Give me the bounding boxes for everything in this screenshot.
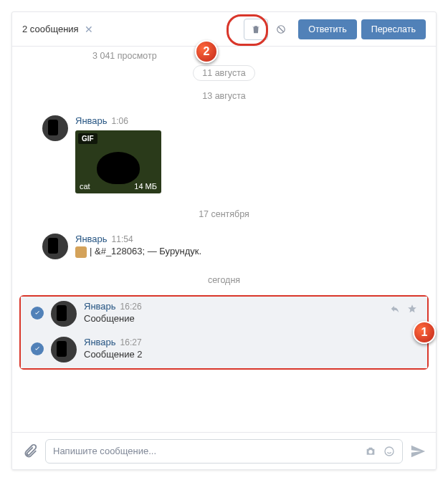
message-time: 11:54 bbox=[112, 234, 133, 244]
spam-button[interactable] bbox=[274, 19, 288, 40]
camera-icon[interactable] bbox=[365, 446, 376, 457]
selection-count: 2 сообщения bbox=[22, 24, 79, 34]
spam-icon bbox=[276, 24, 286, 34]
message-row[interactable]: Январь 11:54 | &#_128063; — Бурундук. bbox=[12, 229, 436, 265]
forward-button[interactable]: Переслать bbox=[361, 19, 426, 39]
attach-icon[interactable] bbox=[22, 443, 38, 459]
message-time: 16:26 bbox=[120, 302, 142, 312]
gif-attachment[interactable]: GIF cat 14 МБ bbox=[75, 130, 161, 193]
reply-arrow-icon[interactable] bbox=[390, 304, 400, 314]
message-row-selected[interactable]: Январь 16:27 Сообщение 2 bbox=[21, 332, 427, 368]
annotation-marker-2: 2 bbox=[195, 40, 218, 63]
sender-name[interactable]: Январь bbox=[84, 337, 116, 347]
selection-header: 2 сообщения ✕ Ответить Переслать bbox=[12, 12, 436, 47]
star-icon[interactable] bbox=[407, 304, 417, 314]
selected-check-icon[interactable] bbox=[31, 307, 44, 320]
date-separator: 17 сентября bbox=[12, 209, 436, 219]
emoji-icon bbox=[75, 246, 87, 258]
message-time: 1:06 bbox=[112, 116, 128, 126]
date-pill[interactable]: 11 августа bbox=[193, 65, 254, 81]
composer-footer: Напишите сообщение... bbox=[12, 432, 436, 469]
annotation-marker-1: 1 bbox=[413, 321, 436, 344]
date-separator: сегодня bbox=[12, 275, 436, 285]
gif-filename: cat bbox=[80, 182, 90, 191]
gif-badge: GIF bbox=[78, 133, 97, 144]
message-time: 16:27 bbox=[120, 337, 142, 347]
sender-name[interactable]: Январь bbox=[84, 301, 116, 312]
emoji-picker-icon[interactable] bbox=[383, 446, 395, 457]
delete-button[interactable] bbox=[244, 19, 268, 40]
message-row-selected[interactable]: Январь 16:26 Сообщение bbox=[21, 297, 427, 332]
sender-name[interactable]: Январь bbox=[75, 115, 108, 126]
avatar[interactable] bbox=[42, 115, 68, 141]
avatar[interactable] bbox=[51, 301, 77, 327]
clear-selection-icon[interactable]: ✕ bbox=[85, 24, 93, 35]
trash-icon bbox=[251, 24, 261, 34]
message-text: Сообщение bbox=[84, 313, 417, 324]
message-text: | &#_128063; — Бурундук. bbox=[75, 246, 426, 258]
partial-views: 3 041 просмотр bbox=[12, 51, 436, 61]
sender-name[interactable]: Январь bbox=[75, 234, 108, 244]
selected-check-icon[interactable] bbox=[31, 342, 44, 355]
svg-point-1 bbox=[385, 447, 394, 456]
send-icon[interactable] bbox=[410, 443, 426, 459]
avatar[interactable] bbox=[42, 234, 68, 259]
message-row[interactable]: Январь 1:06 GIF cat 14 МБ bbox=[12, 111, 436, 199]
selected-group-highlight: Январь 16:26 Сообщение Январь 16:27 bbox=[19, 295, 429, 370]
reply-button[interactable]: Ответить bbox=[298, 19, 356, 39]
messages-body: 3 041 просмотр 11 августа 13 августа Янв… bbox=[12, 47, 436, 432]
input-placeholder: Напишите сообщение... bbox=[53, 446, 365, 456]
date-separator: 13 августа bbox=[12, 91, 436, 101]
message-text: Сообщение 2 bbox=[84, 349, 417, 360]
gif-filesize: 14 МБ bbox=[134, 182, 157, 191]
message-input[interactable]: Напишите сообщение... bbox=[45, 439, 403, 464]
avatar[interactable] bbox=[51, 337, 77, 362]
